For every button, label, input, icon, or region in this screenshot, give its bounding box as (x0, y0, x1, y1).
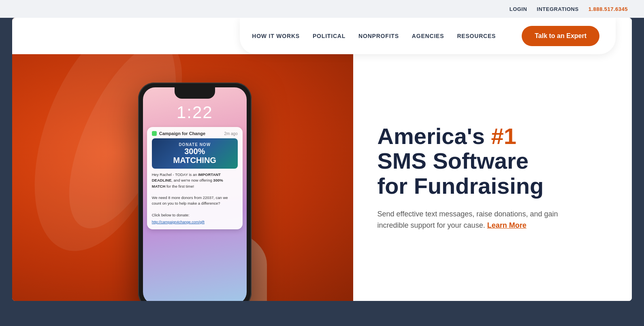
hero-heading-part3: for Fundraising (377, 173, 544, 199)
hero-subtitle-text: Send effective text messages, raise dona… (377, 210, 558, 230)
nav-item-how-it-works[interactable]: HOW IT WORKS (252, 32, 300, 40)
phone-link[interactable]: 1.888.517.6345 (589, 6, 628, 12)
phone-device: 1:22 Campaign for Change 2m ago (138, 83, 252, 301)
nav-item-political[interactable]: POLITICAL (313, 32, 345, 40)
navbar-content: tatango HOW IT WORKS (28, 18, 616, 54)
notif-time: 2m ago (224, 131, 237, 136)
notif-link[interactable]: http://campaign4change.com/gift (152, 220, 238, 225)
cta-button[interactable]: Talk to an Expert (522, 26, 599, 46)
notif-banner-main: 300%MATCHING (157, 147, 233, 165)
notif-app: Campaign for Change (152, 131, 205, 136)
bottom-bar (0, 301, 644, 326)
logo[interactable]: tatango (28, 27, 93, 45)
notif-app-name: Campaign for Change (159, 131, 205, 136)
svg-point-0 (86, 34, 88, 36)
political-link[interactable]: POLITICAL (313, 33, 345, 39)
wifi-icon (79, 28, 93, 38)
notif-body-text2: We need 8 more donors from 22037, can we… (152, 195, 228, 205)
utility-bar: LOGIN INTEGRATIONS 1.888.517.6345 (0, 0, 644, 18)
phone-notch (175, 87, 215, 99)
how-it-works-link[interactable]: HOW IT WORKS (252, 33, 300, 39)
notif-banner-top: DONATE NOW (157, 142, 233, 147)
hero-subtitle: Send effective text messages, raise dona… (377, 208, 564, 232)
integrations-link[interactable]: INTEGRATIONS (537, 6, 578, 12)
hero-heading: America's #1 SMS Software for Fundraisin… (377, 124, 564, 199)
phone-screen: 1:22 Campaign for Change 2m ago (143, 87, 247, 301)
hero-heading-part1: America's (377, 123, 491, 149)
hero-left: 1:22 Campaign for Change 2m ago (12, 54, 353, 301)
main-card: tatango HOW IT WORKS (12, 18, 632, 301)
nav-item-agencies[interactable]: AGENCIES (412, 32, 444, 40)
nav-item-resources[interactable]: RESOURCES (457, 32, 496, 40)
nav-bubble: HOW IT WORKS POLITICAL NONPROFITS AGENCI… (240, 18, 616, 54)
hero-section: 1:22 Campaign for Change 2m ago (12, 54, 632, 301)
notif-body-text1: Hey Rachel - TODAY is an IMPORTANT DEADL… (152, 172, 223, 188)
notif-banner: DONATE NOW 300%MATCHING (152, 138, 238, 169)
hero-right: America's #1 SMS Software for Fundraisin… (353, 54, 632, 301)
nav-links: HOW IT WORKS POLITICAL NONPROFITS AGENCI… (252, 32, 496, 40)
notif-body: Hey Rachel - TODAY is an IMPORTANT DEADL… (152, 172, 238, 225)
logo-text: tatango (28, 28, 78, 44)
nav-item-nonprofits[interactable]: NONPROFITS (358, 32, 399, 40)
phone-container: 1:22 Campaign for Change 2m ago (138, 83, 252, 301)
navbar: tatango HOW IT WORKS (12, 18, 632, 54)
notif-header: Campaign for Change 2m ago (152, 131, 238, 136)
agencies-link[interactable]: AGENCIES (412, 33, 444, 39)
nonprofits-link[interactable]: NONPROFITS (358, 33, 399, 39)
hero-content: America's #1 SMS Software for Fundraisin… (377, 124, 564, 231)
learn-more-link[interactable]: Learn More (487, 221, 527, 229)
hero-heading-part2: SMS Software (377, 148, 529, 174)
notif-body-cta: Click below to donate: (152, 213, 190, 217)
notif-dot (152, 131, 157, 136)
login-link[interactable]: LOGIN (510, 6, 527, 12)
resources-link[interactable]: RESOURCES (457, 33, 496, 39)
hero-heading-number: #1 (491, 123, 516, 149)
notification-card: Campaign for Change 2m ago DONATE NOW 30… (147, 127, 243, 229)
